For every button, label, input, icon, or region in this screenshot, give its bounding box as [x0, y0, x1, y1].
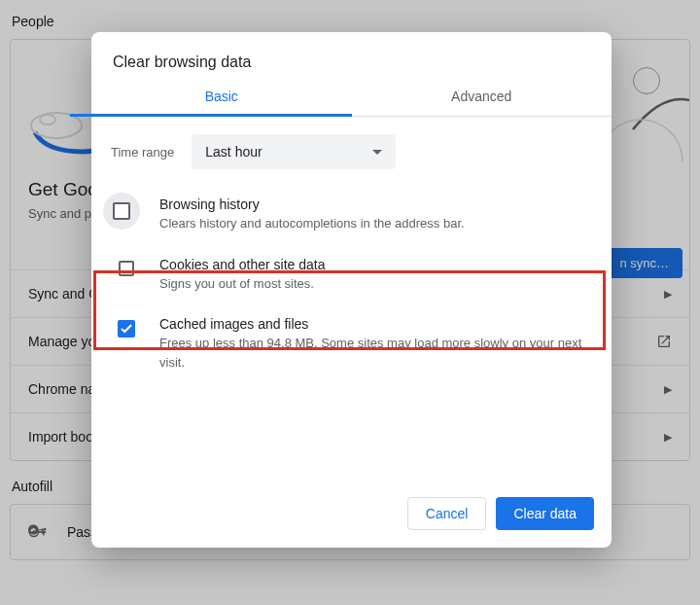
clear-data-button[interactable]: Clear data	[496, 497, 594, 530]
checkmark-icon	[121, 324, 132, 334]
checkbox-checked-icon[interactable]	[118, 320, 135, 338]
tab-basic[interactable]: Basic	[91, 89, 352, 116]
cancel-button[interactable]: Cancel	[407, 497, 487, 530]
dialog-tabs: Basic Advanced	[91, 89, 612, 117]
checkbox-unchecked-icon[interactable]	[113, 202, 130, 220]
time-range-row: Time range Last hour	[111, 134, 592, 169]
modal-overlay: Clear browsing data Basic Advanced Time …	[0, 0, 700, 605]
checkbox-unchecked-icon[interactable]	[119, 261, 134, 276]
dialog-title: Clear browsing data	[91, 32, 612, 89]
time-range-label: Time range	[111, 145, 174, 160]
option-title: Browsing history	[159, 196, 592, 212]
dialog-body: Time range Last hour Browsing history Cl…	[91, 117, 612, 483]
time-range-value: Last hour	[205, 144, 262, 160]
option-subtitle: Frees up less than 94.8 MB. Some sites m…	[159, 334, 592, 372]
dialog-footer: Cancel Clear data	[91, 483, 612, 548]
option-cookies[interactable]: Cookies and other site data Signs you ou…	[111, 249, 592, 309]
option-title: Cookies and other site data	[159, 257, 592, 272]
option-browsing-history[interactable]: Browsing history Clears history and auto…	[111, 189, 592, 249]
checkbox-focus-ring	[103, 193, 140, 230]
caret-down-icon	[372, 150, 382, 155]
time-range-select[interactable]: Last hour	[192, 134, 396, 169]
option-subtitle: Signs you out of most sites.	[159, 274, 592, 294]
clear-browsing-data-dialog: Clear browsing data Basic Advanced Time …	[91, 32, 612, 548]
option-subtitle: Clears history and autocompletions in th…	[159, 214, 592, 233]
option-cached-images[interactable]: Cached images and files Frees up less th…	[111, 308, 592, 387]
tab-advanced[interactable]: Advanced	[352, 89, 612, 116]
option-title: Cached images and files	[159, 316, 592, 332]
